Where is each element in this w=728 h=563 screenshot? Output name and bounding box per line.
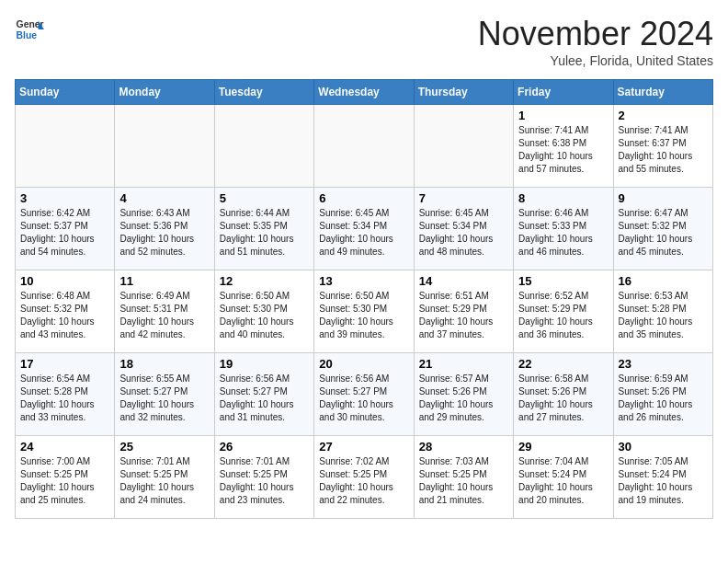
cell-info: Sunrise: 7:41 AM Sunset: 6:38 PM Dayligh… [518,124,608,176]
cell-info: Sunrise: 6:57 AM Sunset: 5:26 PM Dayligh… [419,373,508,424]
cell-info: Sunrise: 6:59 AM Sunset: 5:26 PM Dayligh… [619,373,708,424]
day-number: 8 [518,191,608,205]
calendar-cell: 15Sunrise: 6:52 AM Sunset: 5:29 PM Dayli… [514,270,613,353]
calendar-cell: 1Sunrise: 7:41 AM Sunset: 6:38 PM Daylig… [514,105,613,188]
cell-info: Sunrise: 6:50 AM Sunset: 5:30 PM Dayligh… [220,290,309,341]
col-header-monday: Monday [115,80,214,105]
calendar-cell: 21Sunrise: 6:57 AM Sunset: 5:26 PM Dayli… [414,353,513,436]
col-header-saturday: Saturday [613,80,712,105]
calendar-cell [314,105,414,188]
day-number: 30 [619,440,708,454]
calendar-cell: 10Sunrise: 6:48 AM Sunset: 5:32 PM Dayli… [16,270,115,353]
cell-info: Sunrise: 6:42 AM Sunset: 5:37 PM Dayligh… [20,207,109,259]
cell-info: Sunrise: 6:43 AM Sunset: 5:36 PM Dayligh… [119,207,209,259]
day-number: 2 [619,109,708,122]
day-number: 19 [220,357,309,371]
day-number: 24 [20,440,109,454]
day-number: 23 [619,357,708,371]
cell-info: Sunrise: 7:00 AM Sunset: 5:25 PM Dayligh… [20,455,109,507]
day-number: 21 [419,357,508,371]
location: Yulee, Florida, United States [478,53,713,68]
calendar-cell: 22Sunrise: 6:58 AM Sunset: 5:26 PM Dayli… [514,353,613,436]
cell-info: Sunrise: 7:04 AM Sunset: 5:24 PM Dayligh… [518,455,608,507]
day-number: 29 [518,440,608,454]
logo: General Blue [15,15,44,44]
calendar-table: SundayMondayTuesdayWednesdayThursdayFrid… [15,79,713,519]
cell-info: Sunrise: 6:45 AM Sunset: 5:34 PM Dayligh… [419,207,508,259]
calendar-cell: 16Sunrise: 6:53 AM Sunset: 5:28 PM Dayli… [613,270,712,353]
day-number: 20 [319,357,408,371]
calendar-cell: 26Sunrise: 7:01 AM Sunset: 5:25 PM Dayli… [214,436,313,519]
day-number: 14 [419,274,508,288]
day-number: 13 [319,274,408,288]
calendar-cell: 28Sunrise: 7:03 AM Sunset: 5:25 PM Dayli… [414,436,513,519]
cell-info: Sunrise: 7:05 AM Sunset: 5:24 PM Dayligh… [619,455,708,507]
day-number: 18 [119,357,209,371]
calendar-cell: 8Sunrise: 6:46 AM Sunset: 5:33 PM Daylig… [514,188,613,270]
calendar-cell: 14Sunrise: 6:51 AM Sunset: 5:29 PM Dayli… [414,270,513,353]
cell-info: Sunrise: 6:51 AM Sunset: 5:29 PM Dayligh… [419,290,508,341]
day-number: 1 [518,109,608,122]
cell-info: Sunrise: 6:55 AM Sunset: 5:27 PM Dayligh… [119,373,209,424]
svg-text:Blue: Blue [17,30,38,40]
calendar-cell: 18Sunrise: 6:55 AM Sunset: 5:27 PM Dayli… [115,353,214,436]
calendar-cell: 20Sunrise: 6:56 AM Sunset: 5:27 PM Dayli… [314,353,414,436]
cell-info: Sunrise: 7:02 AM Sunset: 5:25 PM Dayligh… [319,455,408,507]
cell-info: Sunrise: 6:49 AM Sunset: 5:31 PM Dayligh… [119,290,209,341]
calendar-cell: 12Sunrise: 6:50 AM Sunset: 5:30 PM Dayli… [214,270,313,353]
day-number: 7 [419,191,508,205]
day-number: 22 [518,357,608,371]
day-number: 10 [20,274,109,288]
calendar-cell: 25Sunrise: 7:01 AM Sunset: 5:25 PM Dayli… [115,436,214,519]
calendar-cell: 4Sunrise: 6:43 AM Sunset: 5:36 PM Daylig… [115,188,214,270]
day-number: 25 [119,440,209,454]
col-header-sunday: Sunday [16,80,115,105]
col-header-tuesday: Tuesday [214,80,313,105]
calendar-cell [115,105,214,188]
col-header-wednesday: Wednesday [314,80,414,105]
week-row-4: 17Sunrise: 6:54 AM Sunset: 5:28 PM Dayli… [16,353,713,436]
cell-info: Sunrise: 6:56 AM Sunset: 5:27 PM Dayligh… [319,373,408,424]
title-block: November 2024 Yulee, Florida, United Sta… [478,15,713,68]
calendar-cell: 30Sunrise: 7:05 AM Sunset: 5:24 PM Dayli… [613,436,712,519]
calendar-cell: 2Sunrise: 7:41 AM Sunset: 6:37 PM Daylig… [613,105,712,188]
cell-info: Sunrise: 7:01 AM Sunset: 5:25 PM Dayligh… [119,455,209,507]
cell-info: Sunrise: 7:41 AM Sunset: 6:37 PM Dayligh… [619,124,708,176]
header-row: SundayMondayTuesdayWednesdayThursdayFrid… [16,80,713,105]
day-number: 11 [119,274,209,288]
day-number: 26 [220,440,309,454]
day-number: 4 [119,191,209,205]
calendar-cell: 24Sunrise: 7:00 AM Sunset: 5:25 PM Dayli… [16,436,115,519]
calendar-cell: 23Sunrise: 6:59 AM Sunset: 5:26 PM Dayli… [613,353,712,436]
day-number: 6 [319,191,408,205]
day-number: 28 [419,440,508,454]
day-number: 17 [20,357,109,371]
cell-info: Sunrise: 6:46 AM Sunset: 5:33 PM Dayligh… [518,207,608,259]
calendar-cell: 17Sunrise: 6:54 AM Sunset: 5:28 PM Dayli… [16,353,115,436]
cell-info: Sunrise: 7:03 AM Sunset: 5:25 PM Dayligh… [419,455,508,507]
calendar-cell [16,105,115,188]
cell-info: Sunrise: 6:48 AM Sunset: 5:32 PM Dayligh… [20,290,109,341]
cell-info: Sunrise: 6:58 AM Sunset: 5:26 PM Dayligh… [518,373,608,424]
calendar-cell: 6Sunrise: 6:45 AM Sunset: 5:34 PM Daylig… [314,188,414,270]
logo-icon: General Blue [15,15,44,44]
calendar-cell: 5Sunrise: 6:44 AM Sunset: 5:35 PM Daylig… [214,188,313,270]
calendar-cell: 3Sunrise: 6:42 AM Sunset: 5:37 PM Daylig… [16,188,115,270]
col-header-friday: Friday [514,80,613,105]
calendar-cell: 11Sunrise: 6:49 AM Sunset: 5:31 PM Dayli… [115,270,214,353]
calendar-cell [414,105,513,188]
week-row-1: 1Sunrise: 7:41 AM Sunset: 6:38 PM Daylig… [16,105,713,188]
day-number: 5 [220,191,309,205]
day-number: 27 [319,440,408,454]
week-row-2: 3Sunrise: 6:42 AM Sunset: 5:37 PM Daylig… [16,188,713,270]
cell-info: Sunrise: 6:54 AM Sunset: 5:28 PM Dayligh… [20,373,109,424]
day-number: 15 [518,274,608,288]
calendar-cell: 27Sunrise: 7:02 AM Sunset: 5:25 PM Dayli… [314,436,414,519]
col-header-thursday: Thursday [414,80,513,105]
day-number: 12 [220,274,309,288]
cell-info: Sunrise: 7:01 AM Sunset: 5:25 PM Dayligh… [220,455,309,507]
calendar-cell: 29Sunrise: 7:04 AM Sunset: 5:24 PM Dayli… [514,436,613,519]
day-number: 3 [20,191,109,205]
calendar-cell: 9Sunrise: 6:47 AM Sunset: 5:32 PM Daylig… [613,188,712,270]
calendar-cell: 19Sunrise: 6:56 AM Sunset: 5:27 PM Dayli… [214,353,313,436]
